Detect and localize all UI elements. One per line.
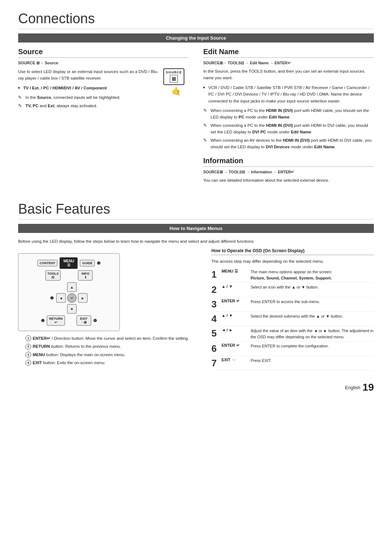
osd-table: 1MENU ☰The main menu options appear on t… xyxy=(211,267,374,371)
tools-btn: TOOLS⊟ xyxy=(45,270,61,281)
osd-row-desc: Adjust the value of an item with the ◄ o… xyxy=(250,326,374,342)
source-description: Use to select LED display or an external… xyxy=(18,68,160,82)
basic-left-col: CONTENT MENU☰ GUIDE ❸ TOOLS⊟ INFOℹ ❶ ▲ ◄ xyxy=(18,248,197,371)
exit-btn: EXIT→⊠ xyxy=(77,315,91,326)
basic-features-intro: Before using the LED display, follow the… xyxy=(18,238,374,245)
page-footer: English 19 xyxy=(18,382,374,393)
source-notes: In the Source, connected inputs will be … xyxy=(18,94,160,109)
osd-row-num: 2 xyxy=(211,283,221,297)
osd-row-label: EXIT → xyxy=(221,356,250,371)
edit-name-note-2: When connecting a PC to the HDMI IN (DVI… xyxy=(203,122,374,136)
osd-row-num: 6 xyxy=(211,342,221,356)
enter-center-btn[interactable]: ↵ xyxy=(67,293,77,303)
osd-row-desc: Press ENTER to access the sub-menu. xyxy=(250,297,374,312)
basic-note-4: 4 EXIT button: Exits the on-screen menu. xyxy=(18,359,197,366)
information-path: SOURCE⊞ → TOOLS⊟ → Information → ENTER↵ xyxy=(203,170,374,174)
source-button-image: SOURCE ⊞ 🤙 xyxy=(163,68,189,96)
osd-row-num: 7 xyxy=(211,356,221,371)
osd-row-desc: The main menu options appear on the scre… xyxy=(250,267,374,283)
info-btn: INFOℹ xyxy=(78,270,93,281)
remote-row-2: TOOLS⊟ INFOℹ xyxy=(22,270,116,281)
connections-title: Connections xyxy=(18,11,374,29)
source-bullet-bold: TV / Ext. / PC / HDMI/DVI / AV / Compone… xyxy=(23,86,107,90)
source-bullet-item: TV / Ext. / PC / HDMI/DVI / AV / Compone… xyxy=(18,85,160,91)
up-btn[interactable]: ▲ xyxy=(67,282,77,292)
changing-input-source-bar: Changing the Input Source xyxy=(18,33,374,43)
circle-4: 4 xyxy=(25,360,31,366)
osd-row: 2▲ / ▼Select an icon with the ▲ or ▼ but… xyxy=(211,283,374,297)
basic-note-2-text: RETURN button: Returns to the previous m… xyxy=(33,343,121,350)
osd-row-label: ENTER ↵ xyxy=(221,297,250,312)
source-content-row: Use to select LED display or an external… xyxy=(18,68,189,112)
edit-name-bullet-list: VCR / DVD / Cable STB / Satellite STB / … xyxy=(203,84,374,104)
basic-features-title: Basic Features xyxy=(18,201,374,219)
edit-name-bullet-1: VCR / DVD / Cable STB / Satellite STB / … xyxy=(203,84,374,104)
edit-name-title: Edit Name xyxy=(203,48,374,58)
osd-row: 7EXIT →Press EXIT. xyxy=(211,356,374,371)
remote-row-1: CONTENT MENU☰ GUIDE ❸ xyxy=(22,257,116,269)
dpad-row: ❶ ▲ ◄ ↵ ► ▼ xyxy=(22,282,116,314)
edit-name-note-3: When connecting an AV devices to the HDM… xyxy=(203,137,374,150)
osd-row-num: 3 xyxy=(211,297,221,312)
right-btn[interactable]: ► xyxy=(78,293,87,303)
source-btn-label: SOURCE xyxy=(166,70,182,74)
connections-two-col: Source SOURCE ⊞→ Source Use to select LE… xyxy=(18,48,374,187)
osd-row: 5◄ / ►Adjust the value of an item with t… xyxy=(211,326,374,342)
down-btn[interactable]: ▼ xyxy=(67,304,77,314)
basic-note-2: 2 RETURN button: Returns to the previous… xyxy=(18,343,197,350)
osd-row: 1MENU ☰The main menu options appear on t… xyxy=(211,267,374,283)
edit-name-note-1: When connecting a PC to the HDMI IN (DVI… xyxy=(203,107,374,121)
osd-row-desc: Press ENTER to complete the configuratio… xyxy=(250,342,374,356)
guide-btn: GUIDE xyxy=(80,260,95,266)
osd-row-label: MENU ☰ xyxy=(221,267,250,283)
basic-notes-list: 1 ENTER↵ / Direction button: Move the cu… xyxy=(18,335,197,366)
edit-name-notes: When connecting a PC to the HDMI IN (DVI… xyxy=(203,107,374,150)
basic-note-3: 3 MENU button: Displays the main on-scre… xyxy=(18,351,197,358)
basic-note-4-text: EXIT button: Exits the on-screen menu. xyxy=(33,359,106,366)
num-2-label: ❷ xyxy=(41,318,45,323)
basic-note-1: 1 ENTER↵ / Direction button: Move the cu… xyxy=(18,335,197,342)
source-title: Source xyxy=(18,48,189,58)
information-description: You can see detailed information about t… xyxy=(203,177,374,184)
menu-btn: MENU☰ xyxy=(60,257,78,269)
edit-name-path: SOURCE⊞→ TOOLS⊟ → Edit Name → ENTER↵ xyxy=(203,61,374,65)
osd-subtitle: The access step may differ depending on … xyxy=(211,258,374,265)
remote-diagram: CONTENT MENU☰ GUIDE ❸ TOOLS⊟ INFOℹ ❶ ▲ ◄ xyxy=(18,253,120,331)
num-1-label: ❶ xyxy=(50,296,54,301)
osd-row-label: ▲ / ▼ xyxy=(221,312,250,326)
circle-1: 1 xyxy=(25,335,31,341)
source-btn-graphic: SOURCE ⊞ xyxy=(163,68,184,85)
osd-row: 6ENTER ↵Press ENTER to complete the conf… xyxy=(211,342,374,356)
remote-hand-icon: 🤙 xyxy=(163,86,189,96)
osd-row-desc: Select an icon with the ▲ or ▼ button. xyxy=(250,283,374,297)
how-to-navigate-bar: How to Navigate Menus xyxy=(18,224,374,233)
osd-row-label: ◄ / ► xyxy=(221,326,250,342)
osd-row-label: ▲ / ▼ xyxy=(221,283,250,297)
source-note-1: In the Source, connected inputs will be … xyxy=(18,94,160,101)
osd-row-label: ENTER ↵ xyxy=(221,342,250,356)
source-bullet-list: TV / Ext. / PC / HDMI/DVI / AV / Compone… xyxy=(18,85,160,91)
language-label: English xyxy=(345,385,360,390)
left-btn[interactable]: ◄ xyxy=(56,293,66,303)
osd-row-num: 5 xyxy=(211,326,221,342)
osd-row: 4▲ / ▼Select the desired submenu with th… xyxy=(211,312,374,326)
connections-right-col: Edit Name SOURCE⊞→ TOOLS⊟ → Edit Name → … xyxy=(203,48,374,187)
information-title: Information xyxy=(203,157,374,167)
basic-two-col: CONTENT MENU☰ GUIDE ❸ TOOLS⊟ INFOℹ ❶ ▲ ◄ xyxy=(18,248,374,371)
num-4-label: ❹ xyxy=(93,318,97,323)
content-btn: CONTENT xyxy=(37,260,58,266)
osd-row-num: 1 xyxy=(211,267,221,283)
source-note-2: TV, PC and Ext. always stay activated. xyxy=(18,102,160,109)
osd-row-num: 4 xyxy=(211,312,221,326)
circle-3: 3 xyxy=(25,352,31,358)
basic-right-col: How to Operate the OSD (On Screen Displa… xyxy=(211,248,374,371)
osd-title: How to Operate the OSD (On Screen Displa… xyxy=(211,248,374,255)
osd-row-desc: Press EXIT. xyxy=(250,356,374,371)
osd-row-desc: Select the desired submenu with the ▲ or… xyxy=(250,312,374,326)
page-number: 19 xyxy=(363,382,374,393)
circle-2: 2 xyxy=(25,344,31,350)
remote-row-return: ❷ RETURN↩ EXIT→⊠ ❹ xyxy=(22,315,116,326)
directional-pad: ▲ ◄ ↵ ► ▼ xyxy=(56,282,88,314)
connections-left-col: Source SOURCE ⊞→ Source Use to select LE… xyxy=(18,48,189,187)
basic-note-3-text: MENU button: Displays the main on-screen… xyxy=(33,351,126,358)
